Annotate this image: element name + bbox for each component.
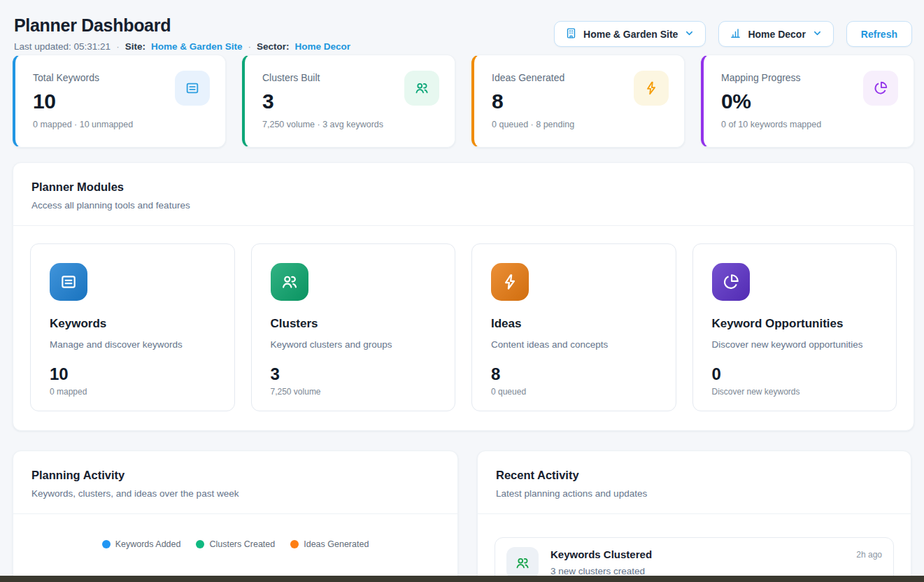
- activity-item-content: Keywords Clustered 3 new clusters create…: [550, 547, 844, 576]
- site-label: Site:: [125, 41, 145, 52]
- modules-panel-title: Planner Modules: [31, 180, 895, 194]
- refresh-button[interactable]: Refresh: [846, 21, 912, 47]
- activity-item-title: Keywords Clustered: [550, 548, 844, 560]
- module-description: Content ideas and concepts: [491, 339, 657, 350]
- chart-legend: Keywords Added Clusters Created Ideas Ge…: [13, 539, 457, 549]
- module-value: 8: [491, 364, 657, 384]
- sector-selector-dropdown[interactable]: Home Decor: [718, 21, 833, 47]
- planning-activity-panel: Planning Activity Keywords, clusters, an…: [13, 450, 458, 582]
- module-title: Ideas: [491, 317, 657, 331]
- module-title: Clusters: [271, 317, 436, 331]
- stat-subtext: 0 mapped · 10 unmapped: [33, 120, 208, 129]
- stat-card-ideas-generated[interactable]: Ideas Generated 8 0 queued · 8 pending: [471, 55, 685, 148]
- pie-chart-icon: [863, 71, 898, 106]
- module-subtext: 0 mapped: [50, 387, 215, 397]
- top-controls: Home & Garden Site Home Decor Refresh: [554, 21, 912, 47]
- document-icon: [50, 263, 87, 301]
- stat-subtext: 7,250 volume · 3 avg keywords: [262, 120, 438, 129]
- bolt-icon: [491, 263, 529, 301]
- module-description: Discover new keyword opportunities: [712, 339, 878, 350]
- legend-label: Clusters Created: [209, 539, 275, 549]
- bar-chart-icon: [730, 27, 741, 41]
- stat-card-total-keywords[interactable]: Total Keywords 10 0 mapped · 10 unmapped: [13, 55, 226, 148]
- site-selector-dropdown[interactable]: Home & Garden Site: [554, 21, 706, 47]
- sector-link[interactable]: Home Decor: [294, 41, 350, 52]
- page-meta: Last updated: 05:31:21 · Site: Home & Ga…: [14, 41, 350, 52]
- users-icon: [271, 263, 308, 301]
- module-title: Keyword Opportunities: [712, 317, 878, 331]
- pie-chart-icon: [712, 263, 750, 301]
- bottom-bar: [0, 576, 924, 582]
- stats-row: Total Keywords 10 0 mapped · 10 unmapped…: [13, 55, 914, 148]
- users-icon: [506, 547, 539, 579]
- page-header: Planner Dashboard Last updated: 05:31:21…: [14, 15, 350, 52]
- site-selector-value: Home & Garden Site: [583, 29, 678, 40]
- building-icon: [565, 27, 577, 41]
- module-card-keywords[interactable]: Keywords Manage and discover keywords 10…: [30, 243, 235, 411]
- legend-label: Keywords Added: [115, 539, 181, 549]
- sector-label: Sector:: [257, 41, 290, 52]
- site-link[interactable]: Home & Garden Site: [151, 41, 243, 52]
- bolt-icon: [634, 71, 669, 106]
- legend-item-keywords-added[interactable]: Keywords Added: [102, 539, 181, 549]
- module-subtext: 0 queued: [491, 387, 657, 397]
- legend-item-ideas-generated[interactable]: Ideas Generated: [290, 539, 369, 549]
- recent-activity-subtitle: Latest planning actions and updates: [496, 488, 893, 499]
- module-card-keyword-opportunities[interactable]: Keyword Opportunities Discover new keywo…: [692, 243, 897, 411]
- legend-dot-icon: [290, 540, 299, 548]
- module-card-ideas[interactable]: Ideas Content ideas and concepts 8 0 que…: [471, 243, 676, 411]
- divider: [13, 513, 457, 514]
- last-updated-text: Last updated: 05:31:21: [14, 41, 111, 52]
- module-subtext: Discover new keywords: [712, 387, 878, 397]
- module-description: Keyword clusters and groups: [271, 339, 436, 350]
- modules-panel-subtitle: Access all planning tools and features: [31, 200, 895, 211]
- planner-modules-panel: Planner Modules Access all planning tool…: [13, 162, 914, 431]
- chevron-down-icon: [684, 28, 695, 41]
- meta-separator: ·: [248, 41, 251, 52]
- module-value: 3: [271, 364, 436, 384]
- recent-activity-panel: Recent Activity Latest planning actions …: [477, 450, 911, 582]
- legend-label: Ideas Generated: [304, 539, 369, 549]
- stat-card-clusters-built[interactable]: Clusters Built 3 7,250 volume · 3 avg ke…: [242, 55, 455, 148]
- legend-dot-icon: [102, 540, 111, 548]
- page-title: Planner Dashboard: [14, 15, 350, 36]
- users-icon: [404, 71, 439, 106]
- activity-item-description: 3 new clusters created: [550, 566, 844, 576]
- divider: [478, 513, 911, 514]
- planning-activity-subtitle: Keywords, clusters, and ideas over the p…: [31, 488, 439, 499]
- document-icon: [175, 71, 210, 106]
- chevron-down-icon: [812, 28, 823, 41]
- legend-dot-icon: [196, 540, 204, 548]
- modules-grid: Keywords Manage and discover keywords 10…: [13, 226, 914, 429]
- module-card-clusters[interactable]: Clusters Keyword clusters and groups 3 7…: [251, 243, 456, 411]
- stat-card-mapping-progress[interactable]: Mapping Progress 0% 0 of 10 keywords map…: [701, 55, 914, 148]
- module-value: 0: [712, 364, 878, 384]
- meta-separator: ·: [116, 41, 120, 52]
- module-description: Manage and discover keywords: [50, 339, 215, 350]
- stat-subtext: 0 of 10 keywords mapped: [721, 120, 897, 129]
- recent-activity-title: Recent Activity: [496, 469, 893, 482]
- module-title: Keywords: [50, 317, 215, 331]
- activity-item-timestamp: 2h ago: [856, 547, 882, 560]
- refresh-button-label: Refresh: [861, 29, 897, 40]
- sector-selector-value: Home Decor: [748, 29, 805, 40]
- module-subtext: 7,250 volume: [271, 387, 436, 397]
- planning-activity-title: Planning Activity: [31, 469, 439, 482]
- legend-item-clusters-created[interactable]: Clusters Created: [196, 539, 275, 549]
- stat-subtext: 0 queued · 8 pending: [492, 120, 667, 129]
- module-value: 10: [50, 364, 215, 384]
